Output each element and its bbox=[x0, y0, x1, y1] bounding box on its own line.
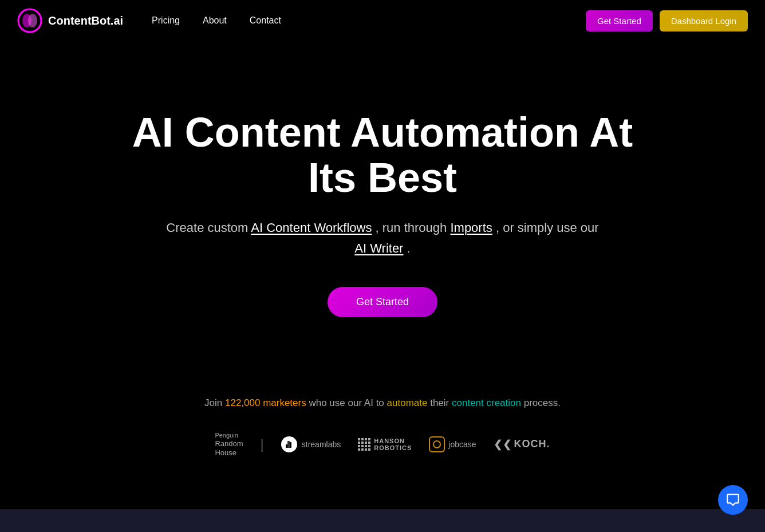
social-proof-highlight1: 122,000 marketers bbox=[225, 397, 306, 408]
hero-link-workflows[interactable]: AI Content Workflows bbox=[251, 220, 372, 235]
streamlabs-label: streamlabs bbox=[302, 440, 341, 449]
streamlabs-svg bbox=[285, 440, 294, 449]
hanson-line1: HANSON bbox=[374, 438, 412, 444]
hero-title: AI Content Automation At Its Best bbox=[125, 110, 640, 200]
nav-right: Get Started Dashboard Login bbox=[586, 10, 748, 31]
hero-link-imports[interactable]: Imports bbox=[450, 220, 492, 235]
logo-hanson-robotics: HANSON ROBOTICS bbox=[358, 438, 412, 451]
koch-text: KOCH. bbox=[514, 438, 550, 450]
hero-link-ai-writer[interactable]: AI Writer bbox=[354, 241, 403, 255]
hero-subtitle-text2: , run through bbox=[376, 220, 447, 235]
logo-koch: ❮❮ KOCH. bbox=[494, 438, 550, 451]
nav-left: ContentBot.ai Pricing About Contact bbox=[17, 8, 281, 33]
streamlabs-icon bbox=[281, 436, 297, 452]
penguin-line1: Penguin bbox=[215, 432, 243, 439]
dashboard-login-button[interactable]: Dashboard Login bbox=[660, 10, 748, 31]
hanson-robotics-icon bbox=[358, 438, 370, 451]
logo-text: ContentBot.ai bbox=[48, 14, 123, 27]
logo-jobcase: jobcase bbox=[429, 436, 476, 452]
hanson-line2: ROBOTICS bbox=[374, 444, 412, 451]
chat-icon bbox=[725, 492, 740, 507]
hero-section: AI Content Automation At Its Best Create… bbox=[0, 41, 765, 397]
hero-subtitle-text3: , or simply use our bbox=[496, 220, 599, 235]
nav-links: Pricing About Contact bbox=[152, 15, 281, 26]
logo-penguin-random-house: Penguin Random House bbox=[215, 432, 243, 457]
penguin-line3: House bbox=[215, 448, 243, 458]
hero-subtitle-text1: Create custom bbox=[166, 220, 248, 235]
nav-link-contact[interactable]: Contact bbox=[250, 15, 281, 26]
nav-link-pricing[interactable]: Pricing bbox=[152, 15, 180, 26]
jobcase-icon bbox=[429, 436, 445, 452]
social-proof-highlight3b: content creation bbox=[452, 397, 521, 408]
jobcase-label: jobcase bbox=[448, 440, 476, 449]
hero-subtitle: Create custom AI Content Workflows , run… bbox=[165, 218, 600, 258]
logo-streamlabs: streamlabs bbox=[281, 436, 341, 452]
jobcase-svg bbox=[432, 440, 441, 449]
logo-icon bbox=[17, 8, 42, 33]
koch-kk: ❮❮ bbox=[494, 438, 512, 451]
social-proof-text1: Join bbox=[204, 397, 222, 408]
navbar: ContentBot.ai Pricing About Contact Get … bbox=[0, 0, 765, 41]
svg-rect-5 bbox=[287, 441, 290, 448]
nav-link-about[interactable]: About bbox=[203, 15, 227, 26]
chat-widget[interactable] bbox=[718, 485, 748, 515]
get-started-hero-button[interactable]: Get Started bbox=[328, 287, 437, 317]
get-started-nav-button[interactable]: Get Started bbox=[586, 10, 653, 31]
svg-point-6 bbox=[433, 441, 440, 448]
social-proof-highlight2b: automate bbox=[387, 397, 428, 408]
social-proof-text3b: their bbox=[430, 397, 449, 408]
social-proof-text: Join 122,000 marketers who use our AI to… bbox=[204, 397, 561, 409]
svg-point-2 bbox=[28, 14, 37, 27]
taskbar bbox=[0, 509, 765, 532]
hanson-robotics-text: HANSON ROBOTICS bbox=[374, 438, 412, 451]
logo-divider-1: | bbox=[261, 436, 264, 452]
social-proof-text4b: process. bbox=[524, 397, 561, 408]
logo-link[interactable]: ContentBot.ai bbox=[17, 8, 123, 33]
partner-logos: Penguin Random House | streamlabs bbox=[215, 432, 550, 457]
penguin-line2: Random bbox=[215, 439, 243, 448]
hero-subtitle-text4: . bbox=[407, 241, 411, 255]
social-proof-section: Join 122,000 marketers who use our AI to… bbox=[0, 397, 765, 491]
social-proof-text2b: who use our AI to bbox=[309, 397, 384, 408]
